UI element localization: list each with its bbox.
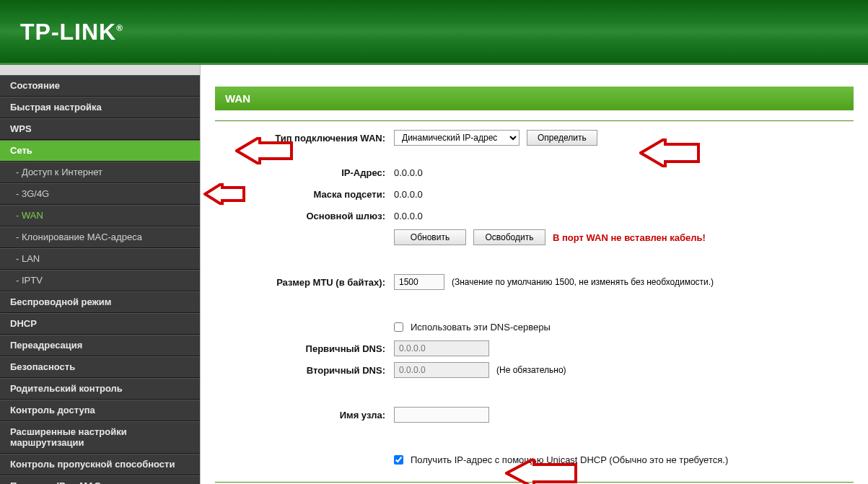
unicast-label: Получить IP-адрес с помощью Unicast DHCP…	[411, 454, 728, 465]
dns1-input[interactable]	[394, 340, 489, 356]
dns1-label: Первичный DNS:	[215, 343, 394, 354]
sidebar-subitem[interactable]: - 3G/4G	[0, 183, 200, 205]
sidebar-item[interactable]: DHCP	[0, 313, 200, 335]
sidebar-subitem[interactable]: - IPTV	[0, 270, 200, 291]
mtu-input[interactable]	[394, 274, 444, 290]
sidebar-subitem[interactable]: - Клонирование MAC-адреса	[0, 226, 200, 248]
mtu-hint: (Значение по умолчанию 1500, не изменять…	[452, 277, 714, 287]
brand-logo: TP-LINK®	[20, 19, 123, 45]
sidebar-nav: СостояниеБыстрая настройкаWPSСеть- Досту…	[0, 65, 201, 484]
ip-value: 0.0.0.0	[394, 167, 423, 178]
sidebar-item[interactable]: Контроль пропускной способности	[0, 454, 200, 475]
dns2-label: Вторичный DNS:	[215, 365, 394, 376]
sidebar-item[interactable]: WPS	[0, 118, 200, 140]
renew-button[interactable]: Обновить	[394, 229, 466, 245]
panel-title: WAN	[215, 87, 854, 110]
sidebar-item[interactable]: Сеть	[0, 140, 200, 162]
mtu-label: Размер MTU (в байтах):	[215, 277, 394, 288]
gw-label: Основной шлюз:	[215, 211, 394, 221]
wan-type-label: Тип подключения WAN:	[215, 133, 394, 144]
sidebar-item[interactable]: Родительский контроль	[0, 378, 200, 400]
gw-value: 0.0.0.0	[394, 211, 423, 221]
sidebar-subitem[interactable]: - LAN	[0, 248, 200, 270]
divider	[215, 120, 854, 121]
trademark-icon: ®	[116, 23, 123, 33]
sidebar-item[interactable]: Привязка IP- и MAC-адресов	[0, 475, 200, 484]
main-panel: WAN Тип подключения WAN: Динамический IP…	[201, 65, 868, 484]
sidebar-item[interactable]: Быстрая настройка	[0, 97, 200, 118]
sidebar-item[interactable]: Безопасность	[0, 356, 200, 378]
dns2-input[interactable]	[394, 362, 489, 378]
use-dns-label: Использовать эти DNS-серверы	[411, 322, 551, 333]
use-dns-checkbox[interactable]	[394, 322, 403, 332]
sidebar-item[interactable]: Переадресация	[0, 335, 200, 356]
sidebar-item[interactable]: Расширенные настройки маршрутизации	[0, 421, 200, 454]
sidebar-item[interactable]: Состояние	[0, 75, 200, 97]
sidebar-item[interactable]: Контроль доступа	[0, 400, 200, 421]
host-input[interactable]	[394, 407, 489, 423]
divider	[215, 482, 854, 483]
release-button[interactable]: Освободить	[473, 229, 545, 245]
detect-button[interactable]: Определить	[527, 130, 597, 146]
unicast-checkbox[interactable]	[394, 455, 403, 465]
app-header: TP-LINK®	[0, 0, 868, 65]
sidebar-subitem[interactable]: - Доступ к Интернет	[0, 162, 200, 183]
host-label: Имя узла:	[215, 410, 394, 421]
mask-value: 0.0.0.0	[394, 189, 423, 200]
cable-warning: В порт WAN не вставлен кабель!	[553, 232, 706, 243]
mask-label: Маска подсети:	[215, 189, 394, 200]
ip-label: IP-Адрес:	[215, 167, 394, 178]
brand-text: TP-LINK	[20, 19, 116, 45]
dns2-hint: (Не обязательно)	[496, 365, 566, 375]
sidebar-subitem[interactable]: - WAN	[0, 205, 200, 226]
wan-type-select[interactable]: Динамический IP-адрес	[394, 130, 520, 146]
sidebar-item[interactable]: Беспроводной режим	[0, 291, 200, 313]
